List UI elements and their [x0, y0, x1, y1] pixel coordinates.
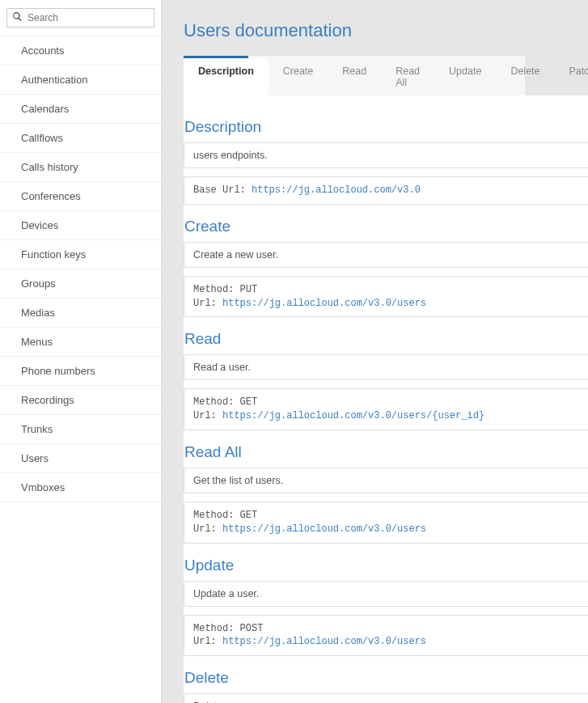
sidebar-item-trunks[interactable]: Trunks — [0, 415, 161, 444]
read-text: Read a user. — [184, 354, 588, 380]
update-endpoint: Method: POST Url: https://jg.allocloud.c… — [184, 615, 588, 657]
sidebar-item-devices[interactable]: Devices — [0, 211, 161, 240]
sidebar-item-calls-history[interactable]: Calls history — [0, 153, 161, 182]
method-label: Method: — [193, 510, 240, 521]
tab-delete[interactable]: Delete — [496, 58, 554, 95]
tab-create[interactable]: Create — [269, 58, 328, 95]
sidebar-item-users[interactable]: Users — [0, 444, 161, 473]
tab-update[interactable]: Update — [434, 58, 496, 95]
url-label: Url: — [193, 636, 222, 647]
method-value: GET — [240, 510, 258, 521]
read-all-url-link[interactable]: https://jg.allocloud.com/v3.0/users — [222, 523, 426, 535]
sidebar-item-accounts[interactable]: Accounts — [0, 36, 161, 66]
sidebar-item-conferences[interactable]: Conferences — [0, 182, 161, 211]
tab-description[interactable]: Description — [184, 58, 269, 95]
section-create: Create Create a new user. Method: PUT Ur… — [184, 213, 588, 318]
section-title-create: Create — [184, 213, 588, 242]
method-value: POST — [240, 623, 264, 634]
section-title-update: Update — [184, 552, 588, 581]
read-endpoint: Method: GET Url: https://jg.allocloud.co… — [184, 388, 588, 430]
section-update: Update Update a user. Method: POST Url: … — [184, 552, 588, 657]
sidebar-item-function-keys[interactable]: Function keys — [0, 240, 161, 269]
section-description: Description users endpoints. Base Url: h… — [184, 113, 588, 205]
method-label: Method: — [193, 623, 240, 634]
section-title-delete: Delete — [184, 664, 588, 693]
update-text: Update a user. — [184, 581, 588, 607]
base-url-label: Base Url: — [193, 184, 252, 196]
tab-read[interactable]: Read — [328, 58, 381, 95]
method-label: Method: — [193, 284, 240, 295]
section-title-read-all: Read All — [184, 438, 588, 468]
sidebar-item-groups[interactable]: Groups — [0, 269, 161, 299]
page-title: Users documentation — [184, 20, 588, 41]
sidebar: Accounts Authentication Calendars Callfl… — [0, 0, 162, 703]
description-text: users endpoints. — [184, 142, 588, 168]
url-label: Url: — [193, 298, 222, 309]
sidebar-item-medias[interactable]: Medias — [0, 299, 161, 328]
update-url-link[interactable]: https://jg.allocloud.com/v3.0/users — [222, 636, 426, 647]
sidebar-item-vmboxes[interactable]: Vmboxes — [0, 473, 161, 502]
tab-content: Description users endpoints. Base Url: h… — [184, 95, 588, 703]
url-label: Url: — [193, 523, 222, 535]
sidebar-item-callflows[interactable]: Callflows — [0, 124, 161, 153]
read-all-text: Get the list of users. — [184, 468, 588, 493]
method-label: Method: — [193, 396, 240, 408]
section-title-read: Read — [184, 325, 588, 354]
main-content: Users documentation Description Create R… — [162, 0, 588, 703]
section-title-description: Description — [184, 113, 588, 142]
section-read-all: Read All Get the list of users. Method: … — [184, 438, 588, 544]
tab-read-all[interactable]: Read All — [381, 58, 434, 95]
search-icon — [12, 11, 27, 24]
section-read: Read Read a user. Method: GET Url: https… — [184, 325, 588, 430]
delete-text: Delete a user. — [184, 693, 588, 703]
sidebar-item-menus[interactable]: Menus — [0, 328, 161, 357]
create-endpoint: Method: PUT Url: https://jg.allocloud.co… — [184, 276, 588, 318]
section-delete: Delete Delete a user. Method: DELETE Url… — [184, 664, 588, 703]
base-url-link[interactable]: https://jg.allocloud.com/v3.0 — [252, 184, 421, 196]
method-value: GET — [240, 396, 258, 408]
search-container — [0, 0, 161, 36]
read-all-endpoint: Method: GET Url: https://jg.allocloud.co… — [184, 502, 588, 544]
create-url-link[interactable]: https://jg.allocloud.com/v3.0/users — [222, 298, 426, 309]
method-value: PUT — [240, 284, 258, 295]
search-input[interactable] — [27, 12, 149, 23]
tab-patch[interactable]: Patch — [555, 58, 588, 95]
create-text: Create a new user. — [184, 242, 588, 268]
search-box[interactable] — [6, 8, 154, 28]
sidebar-item-authentication[interactable]: Authentication — [0, 66, 161, 95]
sidebar-item-recordings[interactable]: Recordings — [0, 386, 161, 415]
tabs-bar: Description Create Read Read All Update … — [184, 56, 525, 95]
sidebar-item-phone-numbers[interactable]: Phone numbers — [0, 357, 161, 386]
sidebar-nav: Accounts Authentication Calendars Callfl… — [0, 36, 161, 502]
url-label: Url: — [193, 410, 222, 421]
read-url-link[interactable]: https://jg.allocloud.com/v3.0/users/{use… — [222, 410, 484, 421]
sidebar-item-calendars[interactable]: Calendars — [0, 95, 161, 124]
description-base-url: Base Url: https://jg.allocloud.com/v3.0 — [184, 176, 588, 205]
